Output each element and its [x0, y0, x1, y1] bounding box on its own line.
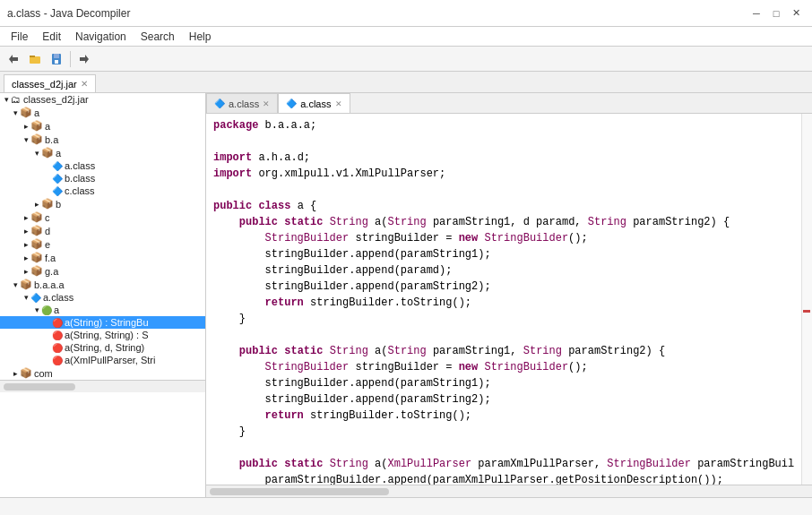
tree-node-com-icon: 📦 — [20, 367, 32, 379]
code-tab-2-close[interactable]: ✕ — [335, 99, 342, 108]
status-bar — [0, 497, 812, 515]
tree-node-baaa[interactable]: ▾ 📦 b.a.a.a — [0, 278, 205, 291]
code-tab-1-close[interactable]: ✕ — [263, 99, 270, 108]
tree-panel[interactable]: ▾ 🗂 classes_d2j.jar ▾ 📦 a ▸ 📦 a ▾ 📦 b.a … — [0, 93, 206, 497]
file-tab-classes[interactable]: classes_d2j.jar ✕ — [4, 74, 96, 92]
tree-node-a[interactable]: ▾ 📦 a — [0, 106, 205, 119]
tree-node-a-string-sel[interactable]: 🔴 a(String) : StringBu — [0, 316, 205, 329]
tree-node-fa-icon: 📦 — [30, 252, 43, 263]
tree-node-aclass1-icon: 🔷 — [52, 161, 63, 171]
tree-node-a-icon: 📦 — [20, 107, 32, 118]
tree-node-d-label: d — [45, 226, 50, 236]
tree-node-d-icon: 📦 — [30, 225, 43, 236]
tree-node-aa[interactable]: ▸ 📦 a — [0, 119, 205, 133]
code-tabs: 🔷 a.class ✕ 🔷 a.class ✕ — [206, 93, 812, 114]
menu-help[interactable]: Help — [182, 29, 219, 45]
tree-node-com[interactable]: ▸ 📦 com — [0, 366, 205, 380]
tree-node-aclass-main-label: a.class — [43, 292, 73, 303]
tree-node-a-string2[interactable]: 🔴 a(String, String) : S — [0, 329, 205, 341]
tree-node-baa-label: a — [56, 148, 61, 159]
tree-node-baaa-icon: 📦 — [20, 279, 32, 290]
svg-rect-2 — [30, 56, 35, 57]
tree-node-ga[interactable]: ▸ 📦 g.a — [0, 264, 205, 278]
toolbar-folder-button[interactable] — [25, 49, 45, 69]
tree-node-aa-label: a — [45, 121, 50, 132]
tree-node-cclass1[interactable]: 🔷 c.class — [0, 185, 205, 197]
tree-node-a-string-sel-icon: 🔴 — [52, 318, 63, 328]
tree-node-baa-icon: 📦 — [41, 147, 54, 159]
svg-rect-1 — [30, 56, 40, 64]
minimize-button[interactable]: ─ — [747, 4, 765, 22]
tree-node-a-xml[interactable]: 🔴 a(XmlPullParser, Stri — [0, 354, 205, 366]
tree-root[interactable]: ▾ 🗂 classes_d2j.jar — [0, 93, 205, 106]
svg-rect-5 — [55, 60, 58, 64]
code-tab-2[interactable]: 🔷 a.class ✕ — [278, 93, 350, 113]
tree-node-a-xml-icon: 🔴 — [52, 356, 63, 365]
tree-root-expand: ▾ — [2, 95, 11, 104]
tree-node-e-label: e — [45, 239, 50, 250]
svg-rect-4 — [54, 54, 59, 58]
code-hscroll-thumb — [210, 488, 389, 495]
tree-node-e-icon: 📦 — [30, 238, 43, 250]
file-tab-close[interactable]: ✕ — [81, 79, 88, 89]
tree-node-bclass1[interactable]: 🔷 b.class — [0, 172, 205, 185]
tree-node-b[interactable]: ▸ 📦 b — [0, 197, 205, 210]
tree-node-a-d-string[interactable]: 🔴 a(String, d, String) — [0, 341, 205, 354]
tree-node-ba[interactable]: ▾ 📦 b.a — [0, 133, 205, 146]
error-marker-1 — [803, 310, 810, 313]
title-controls: ─ □ ✕ — [747, 4, 805, 22]
tree-node-cclass1-icon: 🔷 — [52, 186, 63, 196]
tree-node-baa[interactable]: ▾ 📦 a — [0, 146, 205, 159]
tree-node-e[interactable]: ▸ 📦 e — [0, 237, 205, 251]
tree-node-ga-icon: 📦 — [30, 265, 43, 277]
tree-node-fa-label: f.a — [45, 253, 56, 263]
menu-file[interactable]: File — [4, 29, 35, 45]
tree-root-icon: 🗂 — [11, 94, 21, 105]
close-button[interactable]: ✕ — [787, 4, 805, 22]
tree-node-aclass1[interactable]: 🔷 a.class — [0, 159, 205, 172]
tree-node-c-icon: 📦 — [30, 211, 43, 223]
tree-node-fa[interactable]: ▸ 📦 f.a — [0, 251, 205, 264]
code-tab-1[interactable]: 🔷 a.class ✕ — [206, 93, 278, 113]
code-tab-2-icon: 🔷 — [286, 99, 297, 108]
tree-node-b-label: b — [56, 199, 61, 210]
tree-node-a-string2-label: a(String, String) : S — [65, 330, 149, 340]
title-text: a.class - Java Decompiler — [7, 7, 130, 20]
tree-node-ba-icon: 📦 — [30, 133, 43, 145]
code-tab-1-label: a.class — [229, 99, 259, 109]
toolbar-forward-button[interactable] — [74, 49, 94, 69]
tree-node-a-string-sel-label: a(String) : StringBu — [65, 317, 149, 328]
tree-node-cclass1-label: c.class — [65, 185, 95, 196]
code-panel[interactable]: package b.a.a.a; import a.h.a.d; import … — [206, 114, 812, 485]
tree-node-a-green-icon: 🟢 — [41, 305, 52, 315]
tree-node-c[interactable]: ▸ 📦 c — [0, 210, 205, 224]
toolbar-separator — [70, 51, 71, 67]
menu-edit[interactable]: Edit — [35, 29, 68, 45]
menu-navigation[interactable]: Navigation — [68, 29, 134, 45]
tree-node-d[interactable]: ▸ 📦 d — [0, 224, 205, 237]
file-tabs: classes_d2j.jar ✕ — [0, 72, 812, 93]
menu-search[interactable]: Search — [134, 29, 182, 45]
toolbar — [0, 47, 812, 72]
code-content: package b.a.a.a; import a.h.a.d; import … — [206, 114, 812, 485]
toolbar-save-button[interactable] — [47, 49, 66, 69]
tree-node-a-d-string-label: a(String, d, String) — [65, 342, 144, 353]
code-hscroll[interactable] — [206, 485, 812, 497]
tree-node-aa-icon: 📦 — [30, 120, 43, 132]
tree-node-ba-label: b.a — [45, 134, 58, 145]
code-margin — [801, 114, 812, 485]
tree-node-a-green-label: a — [54, 305, 59, 315]
tree-node-a-green[interactable]: ▾ 🟢 a — [0, 304, 205, 316]
tree-node-aclass-main[interactable]: ▾ 🔷 a.class — [0, 291, 205, 304]
code-tab-2-label: a.class — [300, 99, 331, 109]
tree-node-a-label: a — [34, 107, 39, 118]
tree-node-aclass-main-icon: 🔷 — [30, 293, 41, 303]
tree-hscroll-thumb — [4, 383, 75, 391]
tree-node-com-label: com — [34, 368, 53, 379]
menu-bar: File Edit Navigation Search Help — [0, 27, 812, 47]
tree-hscroll[interactable] — [0, 380, 205, 392]
maximize-button[interactable]: □ — [767, 4, 785, 22]
tree-node-a-d-string-icon: 🔴 — [52, 343, 63, 353]
tree-node-bclass1-label: b.class — [65, 173, 95, 184]
toolbar-back-button[interactable] — [4, 49, 23, 69]
